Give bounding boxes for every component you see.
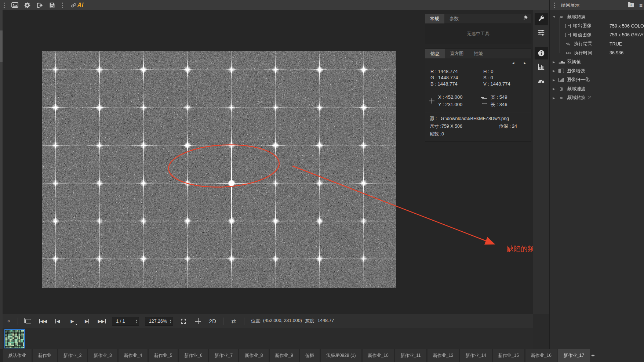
- rgb-row: G1448.774: [430, 75, 478, 81]
- info-button[interactable]: [535, 47, 548, 59]
- tree-row[interactable]: ▶ 双阈值: [550, 58, 644, 67]
- panel-handle-icon[interactable]: [554, 5, 555, 6]
- info-panel-tab[interactable]: 信息: [425, 49, 445, 58]
- open-image-button[interactable]: [10, 1, 20, 10]
- tree-row[interactable]: 幅值图像 759 x 506 GRAY 32: [550, 30, 644, 40]
- add-folder-icon[interactable]: [628, 3, 634, 7]
- fit-view-button[interactable]: [178, 316, 189, 326]
- tree-row[interactable]: ▶ 频域转换_2: [550, 94, 644, 103]
- waveform-icon: [559, 95, 565, 101]
- gear-icon: [24, 2, 30, 8]
- settings-button[interactable]: [22, 1, 32, 10]
- tree-row[interactable]: ▶ 频域滤波: [550, 84, 644, 94]
- job-tab[interactable]: 新作业_5: [149, 349, 178, 362]
- view-mode-button[interactable]: 2D: [207, 316, 218, 326]
- gauge-icon: [538, 77, 545, 84]
- job-tab[interactable]: 新作业_15: [493, 349, 524, 362]
- play-button[interactable]: ▶: [67, 316, 78, 326]
- job-tab[interactable]: 新作业_8: [239, 349, 268, 362]
- export-button[interactable]: [34, 1, 45, 10]
- tree-row[interactable]: ▶ 图像增强: [550, 66, 644, 76]
- job-tab[interactable]: 负极尾0928 (1): [321, 349, 361, 362]
- tree-node-value: 759 x 506 GRAY 32: [610, 32, 644, 37]
- tool-panel-tab[interactable]: 常规: [425, 14, 444, 23]
- toolbar-handle-icon[interactable]: [4, 5, 5, 6]
- stepper-arrows-icon[interactable]: ▴▾: [170, 319, 171, 323]
- collapse-strip-icon[interactable]: »: [6, 320, 12, 322]
- next-frame-button[interactable]: ▶: [81, 316, 92, 326]
- results-title: 结果展示: [561, 2, 579, 8]
- tools-button[interactable]: [535, 13, 548, 25]
- tree-expander-icon[interactable]: ▼: [553, 15, 559, 19]
- tree-node-label: 频域转换_2: [567, 95, 591, 101]
- step-forward-icon: ▶: [85, 319, 89, 323]
- tool-panel-tab[interactable]: 参数: [444, 14, 464, 23]
- tree-row[interactable]: 输出图像 759 x 506 COLOR 3: [550, 22, 644, 31]
- job-tab[interactable]: 新作业_16: [525, 349, 557, 362]
- tree-row[interactable]: ▶ 图像归一化: [550, 76, 644, 85]
- job-tab[interactable]: 新作业_11: [395, 349, 426, 362]
- tree-row[interactable]: 执行结果 TRUE: [550, 40, 644, 49]
- job-tab[interactable]: 新作业_13: [427, 349, 459, 362]
- tree-view-icon[interactable]: ≡: [639, 3, 643, 8]
- app-window: AI 缺陷的频域 常规 参数 无选中工具: [0, 0, 644, 362]
- job-tab[interactable]: 新作业_4: [119, 349, 148, 362]
- source-label: 源: [430, 115, 441, 123]
- stepper-arrows-icon[interactable]: ▴▾: [136, 319, 137, 323]
- tree-row[interactable]: ▼ 频域转换: [550, 12, 644, 22]
- job-tab[interactable]: 新作业_7: [209, 349, 238, 362]
- gray-label: 灰度:: [305, 318, 316, 324]
- job-tab[interactable]: 新作业_14: [460, 349, 492, 362]
- no-tool-message: 无选中工具: [425, 23, 531, 44]
- job-tab[interactable]: 新作业_17: [558, 349, 590, 362]
- tree-node-value: 759 x 506 COLOR 3: [610, 23, 644, 29]
- job-tab[interactable]: 默认作业: [3, 349, 32, 362]
- job-tab[interactable]: 新作业_3: [88, 349, 117, 362]
- prev-arrow-button[interactable]: ◂: [512, 61, 514, 65]
- job-tab[interactable]: 新作业_10: [363, 349, 394, 362]
- first-frame-button[interactable]: ◀◀: [37, 316, 48, 326]
- performance-button[interactable]: [535, 74, 548, 87]
- job-tab[interactable]: 偏振: [300, 349, 320, 362]
- prev-frame-button[interactable]: ◀: [52, 316, 63, 326]
- region-row: 长346: [491, 101, 507, 108]
- tree-row[interactable]: 执行时间 36.936: [550, 48, 644, 58]
- job-tab[interactable]: 新作业: [33, 349, 57, 362]
- tree-expander-icon[interactable]: ▶: [553, 78, 559, 82]
- job-tab[interactable]: 新作业_9: [270, 349, 299, 362]
- save-button[interactable]: [47, 1, 57, 10]
- tree-expander-icon[interactable]: ▶: [553, 96, 559, 100]
- frame-stepper[interactable]: 1 / 1 ▴▾: [112, 317, 139, 326]
- tree-expander-icon[interactable]: ▶: [553, 60, 559, 64]
- refresh-button[interactable]: ⇄: [228, 316, 239, 326]
- fft-image[interactable]: [42, 51, 396, 288]
- hsv-row: H0: [483, 68, 531, 75]
- histogram-button[interactable]: [535, 61, 548, 73]
- tree-node-label: 幅值图像: [573, 32, 592, 38]
- tree-node-value: 36.936: [610, 50, 623, 55]
- gallery-button[interactable]: [23, 316, 34, 326]
- rgb-values: R1448.774G1448.774B1448.774: [425, 66, 478, 90]
- tree-expander-icon[interactable]: ▶: [553, 87, 559, 91]
- add-job-button[interactable]: +: [591, 349, 595, 362]
- cursor-status: 位置: (452.000, 231.000) 灰度: 1448.77: [251, 318, 334, 324]
- cursor-position-cell: X452.000Y231.000: [425, 90, 478, 112]
- position-label: 位置:: [251, 318, 261, 324]
- left-panel-handle[interactable]: [0, 10, 3, 362]
- tree-expander-icon[interactable]: ▶: [553, 69, 559, 73]
- next-arrow-button[interactable]: ▸: [524, 61, 526, 65]
- parameters-button[interactable]: [535, 26, 548, 39]
- center-view-button[interactable]: [193, 316, 204, 326]
- pin-panel-button[interactable]: [523, 15, 528, 21]
- strip-divider: [536, 43, 547, 43]
- info-panel-tab[interactable]: 直方图: [445, 49, 469, 58]
- zoom-stepper[interactable]: 127.26% ▴▾: [145, 317, 173, 326]
- ai-assistant-button[interactable]: AI: [70, 2, 84, 8]
- last-frame-button[interactable]: ▶▶: [96, 316, 107, 326]
- toolbar-handle-icon[interactable]: [62, 5, 63, 6]
- job-tab[interactable]: 新作业_6: [179, 349, 208, 362]
- image-thumbnail[interactable]: [4, 329, 25, 348]
- tree-node-label: 频域转换: [567, 14, 586, 20]
- job-tab[interactable]: 新作业_2: [58, 349, 87, 362]
- info-panel-tab[interactable]: 性能: [469, 49, 488, 58]
